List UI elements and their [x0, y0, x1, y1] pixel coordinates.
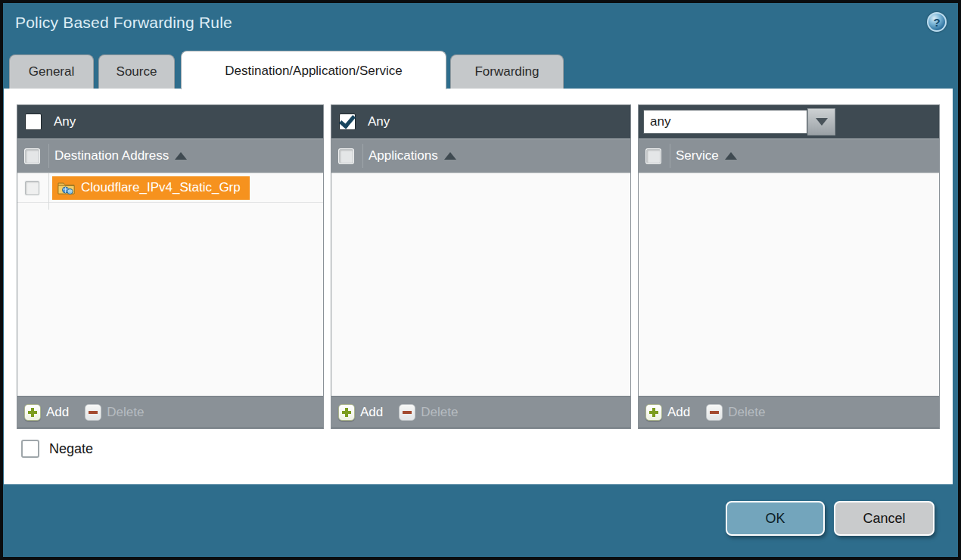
- address-group-name: Cloudflare_IPv4_Static_Grp: [81, 180, 241, 195]
- destination-address-header[interactable]: Destination Address: [17, 138, 323, 173]
- ok-button[interactable]: OK: [726, 501, 825, 536]
- selected-address-group[interactable]: Cloudflare_IPv4_Static_Grp: [52, 176, 250, 200]
- service-header[interactable]: Service: [639, 138, 939, 173]
- service-footer: Add Delete: [639, 396, 939, 428]
- applications-any-bar: Any: [331, 105, 630, 138]
- service-list: [639, 173, 939, 396]
- tab-destination-application-service[interactable]: Destination/Application/Service: [181, 51, 446, 89]
- row-checkbox[interactable]: [25, 181, 39, 195]
- service-delete-button[interactable]: Delete: [728, 405, 765, 420]
- tab-forwarding[interactable]: Forwarding: [450, 54, 564, 89]
- applications-footer: Add Delete: [331, 396, 630, 428]
- tab-source[interactable]: Source: [98, 54, 175, 89]
- applications-list: [331, 173, 630, 396]
- applications-header[interactable]: Applications: [331, 138, 630, 173]
- header-divider: [670, 144, 670, 168]
- service-dropdown-button[interactable]: [807, 108, 835, 135]
- header-divider: [48, 144, 49, 168]
- applications-header-label: Applications: [369, 148, 438, 163]
- destination-select-all-checkbox[interactable]: [25, 149, 39, 163]
- destination-any-bar: Any: [17, 105, 323, 138]
- negate-option: Negate: [21, 440, 93, 458]
- table-row[interactable]: Cloudflare_IPv4_Static_Grp: [17, 173, 323, 203]
- service-select-all-checkbox[interactable]: [646, 149, 661, 163]
- applications-delete-button[interactable]: Delete: [421, 405, 458, 420]
- applications-add-button[interactable]: Add: [360, 405, 383, 420]
- destination-address-column: Any Destination Address: [17, 104, 324, 429]
- applications-any-label: Any: [368, 114, 390, 129]
- add-icon[interactable]: [645, 404, 662, 421]
- delete-icon[interactable]: [399, 404, 415, 421]
- applications-any-checkbox[interactable]: [339, 114, 356, 130]
- destination-footer: Add Delete: [17, 396, 323, 428]
- dialog-frame: Policy Based Forwarding Rule ? General S…: [0, 0, 961, 560]
- delete-icon[interactable]: [706, 404, 723, 421]
- cancel-button[interactable]: Cancel: [834, 501, 935, 536]
- sort-ascending-icon[interactable]: [725, 152, 737, 160]
- destination-delete-button[interactable]: Delete: [107, 405, 144, 420]
- destination-address-list: Cloudflare_IPv4_Static_Grp: [17, 173, 323, 396]
- service-dropdown[interactable]: any: [643, 108, 835, 135]
- address-group-icon: [58, 181, 75, 195]
- negate-label: Negate: [49, 441, 93, 457]
- destination-any-checkbox[interactable]: [25, 114, 42, 130]
- dialog-title: Policy Based Forwarding Rule: [15, 14, 232, 32]
- applications-column: Any Applications Add Delete: [331, 104, 631, 429]
- chevron-down-icon: [816, 118, 828, 126]
- negate-checkbox[interactable]: [21, 440, 39, 458]
- service-header-label: Service: [676, 148, 719, 163]
- service-column: any Service A: [638, 104, 940, 429]
- sort-ascending-icon[interactable]: [175, 152, 187, 160]
- add-icon[interactable]: [338, 404, 355, 421]
- tab-general[interactable]: General: [9, 54, 94, 89]
- service-add-button[interactable]: Add: [667, 405, 690, 420]
- delete-icon[interactable]: [85, 404, 101, 421]
- applications-select-all-checkbox[interactable]: [339, 149, 353, 163]
- destination-address-header-label: Destination Address: [54, 148, 169, 163]
- tab-content-panel: Any Destination Address: [4, 89, 953, 484]
- add-icon[interactable]: [24, 404, 41, 421]
- sort-ascending-icon[interactable]: [444, 152, 456, 160]
- service-dropdown-bar: any: [639, 105, 939, 138]
- service-dropdown-value[interactable]: any: [643, 110, 807, 134]
- destination-any-label: Any: [54, 114, 76, 129]
- policy-based-forwarding-dialog: Policy Based Forwarding Rule ? General S…: [3, 3, 958, 557]
- header-divider: [362, 144, 363, 168]
- help-icon[interactable]: ?: [927, 12, 947, 32]
- destination-add-button[interactable]: Add: [46, 405, 69, 420]
